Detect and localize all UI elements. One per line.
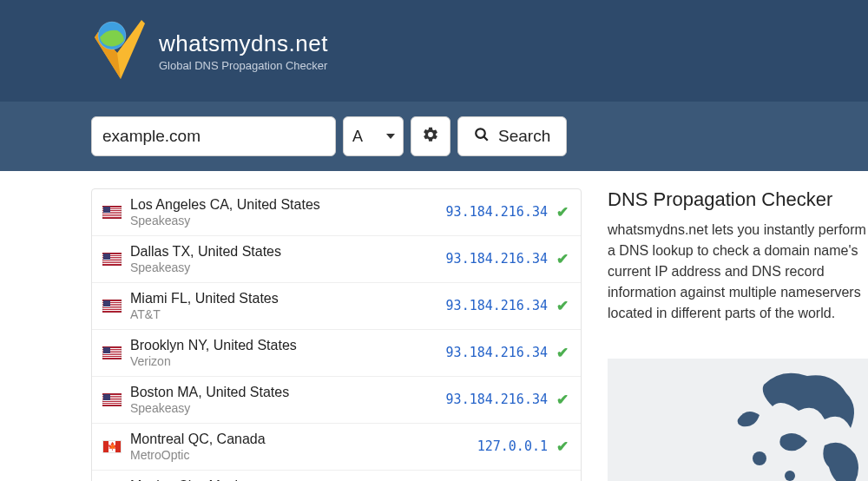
svg-line-3	[483, 136, 488, 141]
ip-address[interactable]: 93.184.216.34	[446, 298, 548, 313]
check-icon: ✔	[556, 297, 569, 315]
header-top: whatsmydns.net Global DNS Propagation Ch…	[0, 0, 868, 102]
site-tagline: Global DNS Propagation Checker	[159, 59, 328, 72]
content: Los Angeles CA, United StatesSpeakeasy93…	[0, 171, 868, 481]
sidebar: DNS Propagation Checker whatsmydns.net l…	[608, 188, 868, 481]
sidebar-description: whatsmydns.net lets you instantly perfor…	[608, 220, 868, 324]
check-icon: ✔	[556, 203, 569, 221]
search-button[interactable]: Search	[457, 116, 567, 156]
location-name: Brooklyn NY, United States	[130, 337, 446, 353]
location-name: Mexico City, Mexico	[130, 478, 446, 481]
brand-text: whatsmydns.net Global DNS Propagation Ch…	[159, 30, 328, 72]
result-row[interactable]: Boston MA, United StatesSpeakeasy93.184.…	[92, 377, 581, 424]
logo[interactable]: whatsmydns.net Global DNS Propagation Ch…	[91, 16, 328, 86]
location-block: Montreal QC, CanadaMetroOptic	[130, 431, 477, 463]
location-name: Los Angeles CA, United States	[130, 196, 446, 213]
isp-name: Speakeasy	[130, 260, 446, 275]
search-button-label: Search	[498, 127, 550, 146]
svg-point-4	[753, 451, 766, 465]
location-block: Miami FL, United StatesAT&T	[130, 290, 446, 322]
flag-icon	[102, 440, 122, 453]
domain-input[interactable]	[91, 116, 336, 156]
isp-name: AT&T	[130, 307, 446, 322]
settings-button[interactable]	[411, 116, 450, 156]
ip-address[interactable]: 93.184.216.34	[446, 392, 548, 407]
location-block: Boston MA, United StatesSpeakeasy	[130, 384, 446, 416]
record-type-select[interactable]: A	[343, 116, 404, 156]
ip-address[interactable]: 93.184.216.34	[446, 251, 548, 267]
site-name: whatsmydns.net	[159, 30, 328, 57]
result-row[interactable]: Miami FL, United StatesAT&T93.184.216.34…	[92, 283, 581, 330]
location-name: Boston MA, United States	[130, 384, 446, 400]
result-row[interactable]: Brooklyn NY, United StatesVerizon93.184.…	[92, 330, 581, 377]
location-name: Miami FL, United States	[130, 290, 446, 306]
flag-icon	[102, 206, 122, 219]
location-block: Los Angeles CA, United StatesSpeakeasy	[130, 196, 446, 228]
isp-name: Speakeasy	[130, 214, 446, 228]
check-icon: ✔	[556, 438, 569, 456]
result-row[interactable]: Dallas TX, United StatesSpeakeasy93.184.…	[92, 236, 581, 283]
location-name: Montreal QC, Canada	[130, 431, 477, 447]
isp-name: MetroOptic	[130, 448, 477, 463]
result-row[interactable]: Los Angeles CA, United StatesSpeakeasy93…	[92, 189, 581, 236]
sidebar-heading: DNS Propagation Checker	[608, 188, 868, 211]
results-list: Los Angeles CA, United StatesSpeakeasy93…	[91, 188, 582, 481]
flag-icon	[102, 393, 122, 406]
logo-icon	[91, 16, 147, 86]
location-name: Dallas TX, United States	[130, 243, 446, 260]
ip-address[interactable]: 93.184.216.34	[446, 204, 548, 220]
gear-icon	[422, 126, 439, 148]
location-block: Mexico City, MexicoTotal Play	[130, 478, 446, 481]
check-icon: ✔	[556, 344, 569, 362]
flag-icon	[102, 346, 122, 359]
search-bar: A Search	[0, 102, 868, 171]
svg-point-5	[785, 471, 795, 481]
isp-name: Speakeasy	[130, 401, 446, 416]
world-map[interactable]	[608, 359, 868, 481]
ip-address[interactable]: 93.184.216.34	[446, 345, 548, 360]
flag-icon	[102, 253, 122, 266]
location-block: Brooklyn NY, United StatesVerizon	[130, 337, 446, 369]
result-row[interactable]: Mexico City, MexicoTotal Play93.184.216.…	[92, 471, 581, 481]
result-row[interactable]: Montreal QC, CanadaMetroOptic127.0.0.1✔	[92, 424, 581, 471]
ip-address[interactable]: 127.0.0.1	[477, 438, 548, 454]
isp-name: Verizon	[130, 354, 446, 369]
check-icon: ✔	[556, 250, 569, 268]
search-icon	[474, 127, 490, 147]
flag-icon	[102, 300, 122, 313]
svg-point-2	[476, 128, 485, 138]
location-block: Dallas TX, United StatesSpeakeasy	[130, 243, 446, 275]
check-icon: ✔	[556, 391, 569, 409]
